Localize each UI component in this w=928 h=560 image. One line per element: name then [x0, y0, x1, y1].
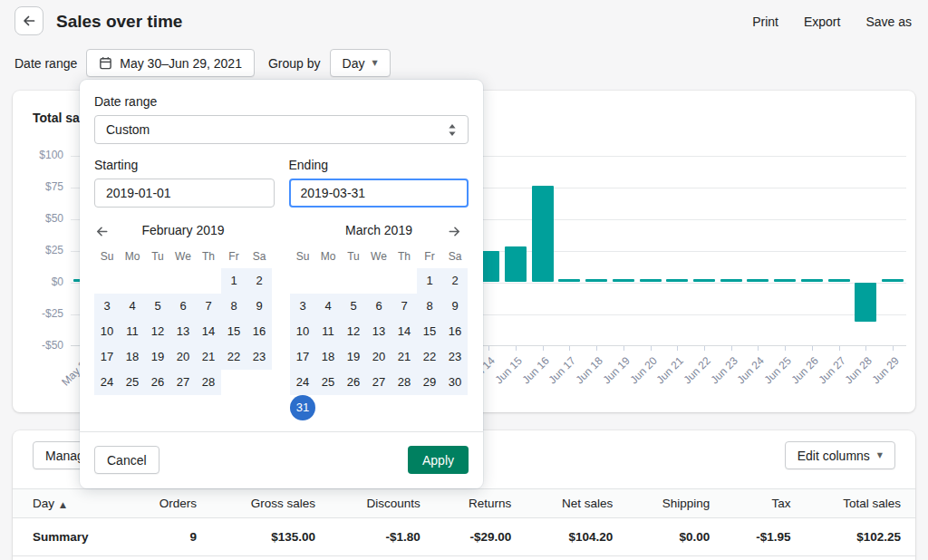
calendar-day[interactable]: 3: [94, 294, 120, 319]
calendar-day[interactable]: 11: [120, 319, 145, 344]
calendar-day[interactable]: 20: [366, 344, 392, 370]
column-header-day[interactable]: Day▲: [13, 489, 127, 518]
calendar-day[interactable]: 9: [246, 294, 272, 319]
calendar-day[interactable]: 9: [442, 294, 468, 319]
calendar-day[interactable]: 16: [246, 319, 272, 344]
calendar-day[interactable]: 17: [290, 344, 315, 370]
calendar-day[interactable]: 20: [170, 344, 196, 370]
calendar-day[interactable]: 14: [392, 319, 417, 344]
chart-bar[interactable]: [558, 279, 580, 282]
starting-date-input[interactable]: [94, 179, 275, 208]
chart-bar[interactable]: [613, 279, 634, 282]
apply-button[interactable]: Apply: [408, 446, 469, 474]
print-button[interactable]: Print: [752, 14, 778, 29]
calendar-day[interactable]: 7: [392, 294, 417, 319]
column-header-discounts[interactable]: Discounts: [330, 489, 435, 518]
back-button[interactable]: [14, 6, 44, 35]
chart-bar[interactable]: [720, 279, 742, 282]
export-button[interactable]: Export: [804, 14, 840, 29]
column-header-tax[interactable]: Tax: [724, 489, 805, 518]
calendar-day[interactable]: 29: [417, 370, 442, 395]
selected-date-marker: 31: [290, 395, 315, 420]
calendar-day[interactable]: 19: [341, 344, 366, 370]
previous-month-button[interactable]: [94, 221, 116, 241]
calendar-day[interactable]: 11: [315, 319, 341, 344]
calendar-day[interactable]: 4: [315, 294, 341, 319]
calendar-day[interactable]: 18: [315, 344, 341, 370]
calendar-day[interactable]: 23: [246, 344, 272, 370]
calendar-day[interactable]: 27: [366, 370, 392, 395]
calendar-day[interactable]: 7: [196, 294, 221, 319]
calendar-day[interactable]: 28: [392, 370, 417, 395]
chart-bar[interactable]: [801, 279, 823, 282]
calendar-day[interactable]: 3: [290, 294, 315, 319]
calendar-day[interactable]: 16: [442, 319, 468, 344]
group-by-button[interactable]: Day ▼: [330, 49, 391, 77]
save-as-button[interactable]: Save as: [865, 14, 912, 29]
calendar-day[interactable]: 8: [221, 294, 246, 319]
calendar-day[interactable]: 19: [145, 344, 170, 370]
column-header-orders[interactable]: Orders: [127, 489, 211, 518]
edit-columns-button[interactable]: Edit columns ▼: [785, 441, 895, 469]
column-header-shipping[interactable]: Shipping: [627, 489, 724, 518]
column-header-net-sales[interactable]: Net sales: [526, 489, 627, 518]
chart-bar[interactable]: [855, 283, 876, 322]
calendar-day[interactable]: 15: [417, 319, 442, 344]
calendar-day[interactable]: 21: [392, 344, 417, 370]
column-header-returns[interactable]: Returns: [435, 489, 527, 518]
column-header-gross-sales[interactable]: Gross sales: [211, 489, 330, 518]
calendar-day[interactable]: 13: [366, 319, 392, 344]
chart-bar[interactable]: [640, 279, 662, 282]
ending-date-input[interactable]: [289, 179, 469, 208]
next-month-button[interactable]: [447, 221, 469, 241]
calendar-day[interactable]: 17: [94, 344, 120, 370]
calendar-day[interactable]: 2: [442, 268, 468, 294]
calendar-day[interactable]: 25: [315, 370, 341, 395]
calendar-day[interactable]: 27: [170, 370, 196, 395]
calendar-day[interactable]: 21: [196, 344, 221, 370]
chart-bar[interactable]: [747, 279, 768, 282]
calendar-day[interactable]: 22: [221, 344, 246, 370]
calendar-day[interactable]: 28: [196, 370, 221, 395]
chart-bar[interactable]: [532, 186, 554, 282]
chart-bar[interactable]: [828, 279, 850, 282]
chart-bar[interactable]: [505, 246, 527, 282]
calendar-day[interactable]: 8: [417, 294, 442, 319]
column-header-total-sales[interactable]: Total sales: [805, 489, 915, 518]
chart-bar[interactable]: [774, 279, 796, 282]
chart-bar[interactable]: [585, 279, 607, 282]
calendar-day[interactable]: 24: [94, 370, 120, 395]
calendar-day[interactable]: 6: [366, 294, 392, 319]
calendar-day[interactable]: 5: [145, 294, 170, 319]
calendar-day[interactable]: 10: [290, 319, 315, 344]
calendar-day[interactable]: 23: [442, 344, 468, 370]
calendar-day[interactable]: 5: [341, 294, 366, 319]
chart-bar[interactable]: [693, 279, 715, 282]
calendar-day[interactable]: 18: [120, 344, 145, 370]
calendar-day[interactable]: 24: [290, 370, 315, 395]
calendar-day[interactable]: 26: [145, 370, 170, 395]
calendar-day[interactable]: 13: [170, 319, 196, 344]
chart-bar[interactable]: [882, 279, 904, 282]
date-range-button[interactable]: May 30–Jun 29, 2021: [86, 49, 255, 77]
calendar-day[interactable]: 15: [221, 319, 246, 344]
calendar-day[interactable]: 4: [120, 294, 145, 319]
calendar-day[interactable]: 1: [417, 268, 442, 294]
calendar-day[interactable]: 22: [417, 344, 442, 370]
chart-bar[interactable]: [666, 279, 688, 282]
calendar-day[interactable]: 31: [290, 395, 315, 420]
calendar-day[interactable]: 6: [170, 294, 196, 319]
date-range-preset-select[interactable]: Custom: [94, 115, 469, 144]
calendar-day[interactable]: 30: [442, 370, 468, 395]
calendar-day[interactable]: 25: [120, 370, 145, 395]
calendar-day[interactable]: 12: [145, 319, 170, 344]
calendar-day[interactable]: 14: [196, 319, 221, 344]
calendar-day[interactable]: 12: [341, 319, 366, 344]
calendar-day[interactable]: 2: [246, 268, 272, 294]
calendar-day[interactable]: 1: [221, 268, 246, 294]
calendar-empty-cell: [315, 395, 341, 420]
calendar-day[interactable]: 10: [94, 319, 120, 344]
caret-down-icon: ▼: [372, 59, 377, 67]
cancel-button[interactable]: Cancel: [94, 446, 160, 474]
calendar-day[interactable]: 26: [341, 370, 366, 395]
